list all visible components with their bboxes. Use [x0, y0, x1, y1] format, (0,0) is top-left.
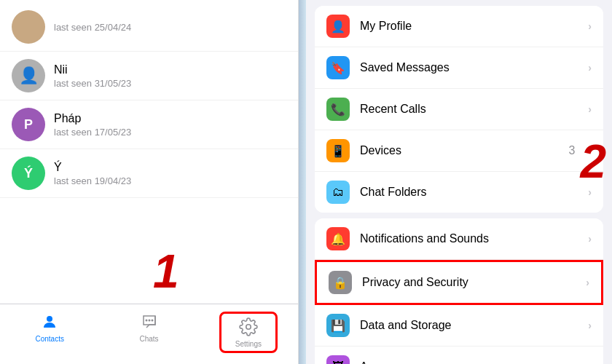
- contact-status: last seen 25/04/24: [54, 22, 286, 33]
- svg-point-4: [246, 325, 251, 330]
- contact-info: Nii last seen 31/05/23: [54, 63, 286, 89]
- recent-calls-label: Recent Calls: [360, 103, 578, 116]
- saved-icon: 🔖: [326, 56, 350, 79]
- svg-point-2: [145, 320, 147, 322]
- contact-info: Ý last seen 19/04/23: [54, 161, 286, 186]
- appearance-icon: 🖼: [326, 355, 350, 364]
- chevron-icon: ›: [586, 277, 589, 288]
- chevron-icon: ›: [588, 186, 592, 198]
- profile-icon: 👤: [326, 15, 350, 38]
- annotation-1: 1: [153, 248, 179, 295]
- data-icon: 💾: [326, 314, 350, 337]
- left-panel: last seen 25/04/24 👤 Nii last seen 31/05…: [0, 0, 299, 364]
- notifications-label: Notifications and Sounds: [360, 232, 578, 245]
- settings-group-1: 👤 My Profile › 🔖 Saved Messages › 📞 Rece…: [315, 6, 603, 213]
- settings-item-notifications[interactable]: 🔔 Notifications and Sounds ›: [315, 218, 603, 260]
- settings-icon: [238, 317, 259, 337]
- privacy-icon: 🔒: [329, 271, 352, 294]
- my-profile-label: My Profile: [360, 20, 578, 33]
- settings-tab-label: Settings: [235, 340, 262, 348]
- calls-icon: 📞: [326, 98, 350, 121]
- svg-point-0: [47, 316, 52, 322]
- tab-bar: Contacts Chats Settings: [0, 304, 298, 364]
- contacts-list: last seen 25/04/24 👤 Nii last seen 31/05…: [0, 0, 298, 304]
- privacy-label: Privacy and Security: [362, 276, 576, 289]
- appearance-label: Appearance: [360, 360, 578, 364]
- settings-item-privacy[interactable]: 🔒 Privacy and Security ›: [315, 260, 603, 305]
- contact-status: last seen 17/05/23: [54, 127, 286, 138]
- panel-divider: [299, 0, 306, 364]
- devices-value: 3: [568, 144, 575, 157]
- folders-icon: 🗂: [326, 181, 350, 204]
- contact-status: last seen 19/04/23: [54, 175, 286, 186]
- settings-item-devices[interactable]: 📱 Devices 3 ›: [315, 130, 603, 172]
- list-item[interactable]: last seen 25/04/24: [0, 3, 298, 52]
- notifications-icon: 🔔: [326, 227, 350, 250]
- contact-status: last seen 31/05/23: [54, 78, 286, 89]
- contacts-tab-label: Contacts: [35, 335, 63, 343]
- avatar: [12, 10, 45, 44]
- contact-name: Pháp: [54, 112, 286, 125]
- annotation-2: 2: [580, 138, 606, 185]
- tab-contacts[interactable]: Contacts: [20, 312, 79, 343]
- svg-point-3: [151, 320, 153, 322]
- settings-item-appearance[interactable]: 🖼 Appearance ›: [315, 347, 603, 364]
- right-panel: 2 👤 My Profile › 🔖 Saved Messages › 📞 Re…: [306, 0, 612, 364]
- avatar: Ý: [12, 157, 45, 190]
- contact-name: Ý: [54, 161, 286, 174]
- avatar: P: [12, 108, 45, 141]
- chevron-icon: ›: [588, 361, 592, 364]
- settings-item-data[interactable]: 💾 Data and Storage ›: [315, 305, 603, 347]
- devices-label: Devices: [360, 144, 558, 157]
- list-item[interactable]: P Pháp last seen 17/05/23: [0, 100, 298, 149]
- tab-chats[interactable]: Chats: [120, 312, 178, 343]
- chevron-icon: ›: [588, 103, 592, 115]
- data-label: Data and Storage: [360, 319, 578, 332]
- settings-item-saved-messages[interactable]: 🔖 Saved Messages ›: [315, 47, 603, 89]
- contact-info: Pháp last seen 17/05/23: [54, 112, 286, 138]
- chevron-icon: ›: [588, 20, 592, 32]
- list-item[interactable]: 👤 Nii last seen 31/05/23: [0, 52, 298, 100]
- contacts-icon: [39, 312, 60, 332]
- list-item[interactable]: Ý Ý last seen 19/04/23: [0, 149, 298, 198]
- settings-item-recent-calls[interactable]: 📞 Recent Calls ›: [315, 89, 603, 130]
- chevron-icon: ›: [588, 320, 592, 331]
- svg-point-1: [148, 320, 150, 322]
- chats-icon: [139, 312, 160, 332]
- tab-settings[interactable]: Settings: [219, 312, 278, 353]
- chats-tab-label: Chats: [140, 335, 159, 343]
- saved-messages-label: Saved Messages: [360, 61, 578, 74]
- settings-item-my-profile[interactable]: 👤 My Profile ›: [315, 6, 603, 47]
- chevron-icon: ›: [588, 62, 592, 74]
- avatar: 👤: [12, 59, 45, 92]
- contact-info: last seen 25/04/24: [54, 22, 286, 33]
- settings-group-2: 🔔 Notifications and Sounds › 🔒 Privacy a…: [315, 218, 603, 364]
- contact-name: Nii: [54, 63, 286, 76]
- devices-icon: 📱: [326, 139, 350, 162]
- chat-folders-label: Chat Folders: [360, 186, 578, 199]
- chevron-icon: ›: [588, 233, 592, 245]
- settings-item-chat-folders[interactable]: 🗂 Chat Folders ›: [315, 172, 603, 213]
